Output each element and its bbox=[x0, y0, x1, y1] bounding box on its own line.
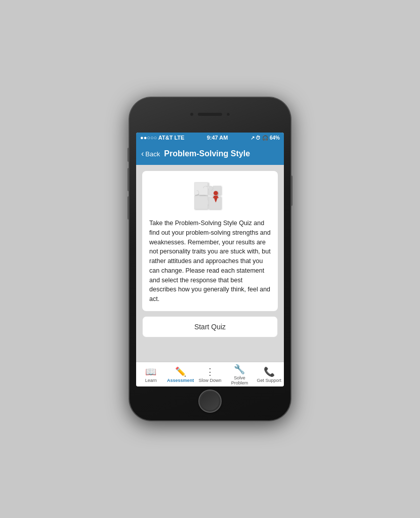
front-camera bbox=[190, 112, 194, 116]
assessment-icon: ✏️ bbox=[175, 366, 186, 377]
tab-assessment-label: Assessment bbox=[167, 378, 194, 383]
tab-get-support-label: Get Support bbox=[257, 378, 282, 383]
tab-get-support[interactable]: 📞 Get Support bbox=[255, 362, 284, 386]
clock: 9:47 AM bbox=[207, 135, 228, 141]
content-area: Take the Problem-Solving Style Quiz and … bbox=[136, 165, 284, 362]
tab-solve-problem[interactable]: 🔧 Solve Problem bbox=[225, 362, 254, 386]
volume-down-button bbox=[128, 196, 129, 220]
carrier-text: ●●○○○ AT&T LTE bbox=[140, 135, 184, 141]
phone: ●●○○○ AT&T LTE 9:47 AM ↗ ⏱ 🎧 64% ‹ Back … bbox=[129, 97, 291, 421]
tab-learn-label: Learn bbox=[145, 378, 157, 383]
back-label: Back bbox=[145, 150, 160, 158]
tab-bar: 📖 Learn ✏️ Assessment ⋮ Slow Down 🔧 Solv… bbox=[136, 362, 284, 386]
quiz-description-text: Take the Problem-Solving Style Quiz and … bbox=[149, 219, 271, 304]
learn-icon: 📖 bbox=[145, 366, 156, 377]
tab-learn[interactable]: 📖 Learn bbox=[136, 362, 165, 386]
earpiece-speaker bbox=[198, 113, 222, 116]
start-quiz-button[interactable]: Start Quiz bbox=[142, 316, 278, 337]
tab-assessment[interactable]: ✏️ Assessment bbox=[165, 362, 195, 386]
svg-point-0 bbox=[214, 191, 218, 195]
navigation-bar: ‹ Back Problem-Solving Style bbox=[136, 143, 284, 165]
volume-up-button bbox=[128, 168, 129, 191]
phone-screen: ●●○○○ AT&T LTE 9:47 AM ↗ ⏱ 🎧 64% ‹ Back … bbox=[136, 133, 284, 386]
puzzle-icon-container bbox=[149, 178, 271, 213]
carrier-info: ●●○○○ AT&T LTE bbox=[140, 135, 184, 141]
status-icons: ↗ ⏱ 🎧 64% bbox=[250, 135, 280, 141]
signal-icons: ↗ ⏱ 🎧 64% bbox=[250, 135, 280, 141]
nav-title: Problem-Solving Style bbox=[164, 149, 279, 158]
get-support-icon: 📞 bbox=[264, 366, 275, 377]
home-button[interactable] bbox=[198, 390, 222, 413]
slow-down-icon: ⋮ bbox=[205, 366, 215, 377]
status-bar: ●●○○○ AT&T LTE 9:47 AM ↗ ⏱ 🎧 64% bbox=[136, 133, 284, 143]
tab-slow-down-label: Slow Down bbox=[199, 378, 222, 383]
phone-top-bar bbox=[190, 112, 230, 116]
back-chevron-icon: ‹ bbox=[141, 149, 144, 158]
tab-solve-problem-label: Solve Problem bbox=[226, 376, 253, 386]
mute-button bbox=[128, 148, 129, 162]
tab-slow-down[interactable]: ⋮ Slow Down bbox=[195, 362, 225, 386]
puzzle-icon bbox=[190, 178, 230, 213]
quiz-description-card: Take the Problem-Solving Style Quiz and … bbox=[142, 171, 278, 311]
back-button[interactable]: ‹ Back bbox=[141, 149, 160, 158]
sensor bbox=[226, 112, 230, 116]
solve-problem-icon: 🔧 bbox=[234, 364, 245, 375]
power-button bbox=[291, 176, 292, 206]
